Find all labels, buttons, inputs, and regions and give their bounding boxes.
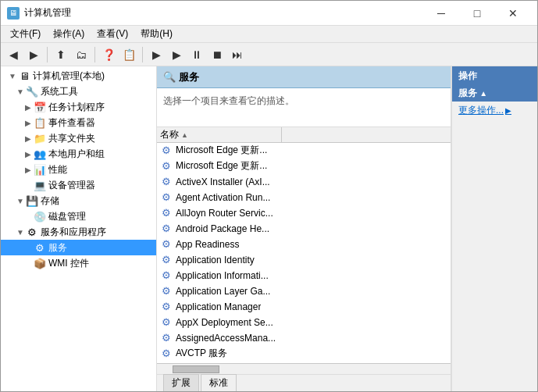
storage-label: 存储 — [41, 194, 59, 208]
tree-root[interactable]: ▼ 🖥 计算机管理(本地) — [1, 68, 156, 84]
service-name: Microsoft Edge 更新... — [176, 159, 267, 173]
close-button[interactable]: ✕ — [495, 1, 531, 26]
show-hide-tree[interactable]: 🗂 — [72, 45, 91, 64]
computer-icon: 🖥 — [18, 69, 30, 82]
list-item[interactable]: ⚙ Microsoft Edge 更新... — [157, 159, 451, 174]
list-item[interactable]: ⚙ Application Manager — [157, 299, 451, 315]
back-button[interactable]: ◀ — [4, 45, 23, 64]
service-name: App Readiness — [176, 239, 239, 250]
forward-button[interactable]: ▶ — [24, 45, 43, 64]
menu-file[interactable]: 文件(F) — [4, 26, 47, 42]
h-scroll-thumb[interactable] — [173, 365, 219, 373]
tree-item-device-manager[interactable]: 💻 设备管理器 — [1, 177, 156, 193]
device-manager-icon: 💻 — [34, 179, 46, 191]
service-name: AVCTP 服务 — [176, 347, 227, 360]
action-section-arrow: ▲ — [479, 89, 487, 98]
performance-toggle[interactable]: ▶ — [23, 164, 34, 175]
system-tools-toggle[interactable]: ▼ — [15, 86, 26, 97]
list-item[interactable]: ⚙ ActiveX Installer (AxI... — [157, 174, 451, 190]
list-item[interactable]: ⚙ AVCTP 服务 — [157, 346, 451, 362]
maximize-button[interactable]: □ — [459, 1, 495, 26]
services-apps-icon: ⚙ — [26, 226, 38, 238]
shared-folders-label: 共享文件夹 — [48, 132, 95, 145]
tree-item-task-scheduler[interactable]: ▶ 📅 任务计划程序 — [1, 99, 156, 115]
list-item[interactable]: ⚙ AssignedAccessMana... — [157, 330, 451, 346]
tree-item-services[interactable]: ⚙ 服务 — [1, 240, 156, 255]
service-name: Microsoft Edge 更新... — [176, 144, 267, 157]
tree-item-wmi[interactable]: 📦 WMI 控件 — [1, 255, 156, 271]
tree-item-local-users[interactable]: ▶ 👥 本地用户和组 — [1, 146, 156, 162]
event-viewer-icon: 📋 — [34, 116, 46, 129]
minimize-button[interactable]: ─ — [423, 1, 459, 26]
play-button[interactable]: ▶ — [147, 45, 166, 64]
action-more-arrow-icon: ▶ — [505, 106, 511, 115]
tree-item-services-apps[interactable]: ▼ ⚙ 服务和应用程序 — [1, 224, 156, 240]
storage-toggle[interactable]: ▼ — [15, 195, 26, 206]
title-bar: 🖥 计算机管理 ─ □ ✕ — [1, 1, 537, 26]
service-name: Android Package He... — [176, 223, 269, 234]
stop-button[interactable]: ⏹ — [208, 45, 226, 64]
gear-icon: ⚙ — [160, 176, 173, 188]
list-item[interactable]: ⚙ AllJoyn Router Servic... — [157, 205, 451, 221]
pause-button[interactable]: ⏸ — [187, 45, 206, 64]
center-header: 🔍 服务 — [157, 66, 451, 88]
menu-action[interactable]: 操作(A) — [47, 26, 91, 42]
list-item[interactable]: ⚙ Microsoft Edge 更新... — [157, 143, 451, 159]
gear-icon: ⚙ — [160, 191, 173, 204]
h-scroll-track[interactable] — [157, 365, 451, 373]
service-name: ActiveX Installer (AxI... — [176, 176, 270, 187]
list-item[interactable]: ⚙ Agent Activation Run... — [157, 190, 451, 205]
window-controls: ─ □ ✕ — [423, 1, 531, 26]
task-scheduler-toggle[interactable]: ▶ — [23, 102, 34, 112]
tree-item-event-viewer[interactable]: ▶ 📋 事件查看器 — [1, 115, 156, 130]
help-button[interactable]: ❓ — [99, 45, 118, 64]
tree-item-performance[interactable]: ▶ 📊 性能 — [1, 162, 156, 177]
service-name: AppX Deployment Se... — [176, 317, 273, 328]
menu-help[interactable]: 帮助(H) — [134, 26, 179, 42]
services-scroll[interactable]: ⚙ Microsoft Edge 更新... ⚙ Microsoft Edge … — [157, 143, 451, 363]
system-tools-icon: 🔧 — [26, 85, 38, 98]
services-icon: ⚙ — [34, 241, 46, 254]
root-toggle[interactable]: ▼ — [7, 70, 18, 81]
list-item[interactable]: ⚙ AppX Deployment Se... — [157, 315, 451, 330]
list-item[interactable]: ⚙ App Readiness — [157, 237, 451, 252]
restart-button[interactable]: ⏭ — [228, 45, 247, 64]
tab-standard[interactable]: 标准 — [201, 374, 237, 391]
tree-item-storage[interactable]: ▼ 💾 存储 — [1, 193, 156, 208]
system-tools-label: 系统工具 — [41, 85, 78, 98]
menu-view[interactable]: 查看(V) — [91, 26, 134, 42]
list-item[interactable]: ⚙ Android Package He... — [157, 221, 451, 237]
event-viewer-toggle[interactable]: ▶ — [23, 117, 34, 128]
main-window: 🖥 计算机管理 ─ □ ✕ 文件(F) 操作(A) 查看(V) 帮助(H) ◀ … — [0, 0, 538, 392]
sort-arrow-icon: ▲ — [181, 131, 188, 139]
performance-label: 性能 — [48, 163, 67, 176]
tree-item-shared-folders[interactable]: ▶ 📁 共享文件夹 — [1, 130, 156, 146]
main-content: ▼ 🖥 计算机管理(本地) ▼ 🔧 系统工具 ▶ 📅 任务计划程序 ▶ 📋 — [1, 66, 537, 391]
gear-icon: ⚙ — [160, 285, 173, 298]
action-section-services[interactable]: 服务 ▲ — [452, 85, 537, 102]
tree-item-system-tools[interactable]: ▼ 🔧 系统工具 — [1, 84, 156, 99]
services-apps-label: 服务和应用程序 — [41, 226, 106, 239]
tab-expand[interactable]: 扩展 — [163, 374, 199, 391]
action-more[interactable]: 更多操作... ▶ — [452, 102, 537, 119]
shared-folders-toggle[interactable]: ▶ — [23, 133, 34, 144]
list-item[interactable]: ⚙ Application Layer Ga... — [157, 283, 451, 299]
services-apps-toggle[interactable]: ▼ — [15, 226, 26, 237]
center-body: 选择一个项目来查看它的描述。 名称 ▲ ⚙ — [157, 88, 451, 391]
event-viewer-label: 事件查看器 — [48, 116, 95, 130]
tree-item-disk-management[interactable]: 💿 磁盘管理 — [1, 208, 156, 224]
play2-button[interactable]: ▶ — [167, 45, 186, 64]
task-scheduler-label: 任务计划程序 — [48, 101, 105, 114]
service-name: Application Manager — [176, 301, 261, 312]
up-button[interactable]: ⬆ — [52, 45, 70, 64]
local-users-toggle[interactable]: ▶ — [23, 148, 34, 159]
col-header-name[interactable]: 名称 ▲ — [157, 127, 282, 142]
list-item[interactable]: ⚙ Application Identity — [157, 252, 451, 268]
list-item[interactable]: ⚙ Application Informati... — [157, 268, 451, 283]
storage-icon: 💾 — [26, 194, 38, 207]
properties-button[interactable]: 📋 — [119, 45, 138, 64]
toolbar: ◀ ▶ ⬆ 🗂 ❓ 📋 ▶ ▶ ⏸ ⏹ ⏭ — [1, 43, 537, 66]
menu-bar: 文件(F) 操作(A) 查看(V) 帮助(H) — [1, 26, 537, 43]
gear-icon: ⚙ — [160, 301, 173, 313]
action-section-label: 服务 — [458, 87, 477, 98]
